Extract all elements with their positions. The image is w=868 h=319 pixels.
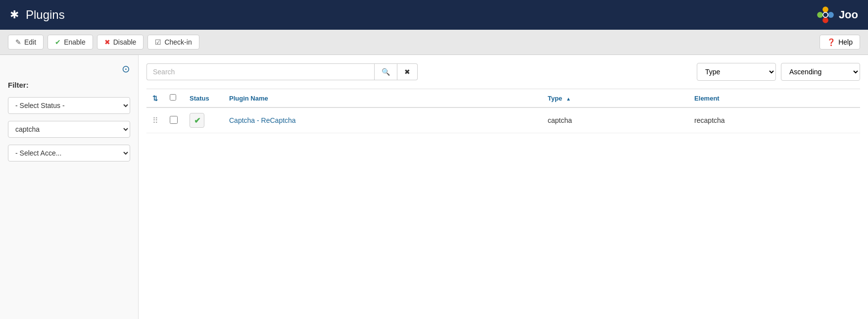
search-icon: 🔍 (382, 68, 390, 76)
search-button[interactable]: 🔍 (374, 63, 397, 80)
th-plugin-name[interactable]: Plugin Name (223, 89, 542, 108)
disable-button[interactable]: ✖ Disable (97, 35, 144, 50)
type-sort-select[interactable]: Type Name Element Status (697, 63, 776, 81)
row-type-cell: captcha (542, 107, 688, 133)
disable-icon: ✖ (104, 38, 110, 46)
disable-label: Disable (113, 38, 137, 46)
row-drag-cell: ⠿ (146, 107, 164, 133)
row-element-cell: recaptcha (688, 107, 860, 133)
plugins-icon: ✱ (10, 8, 19, 21)
reorder-icon: ⇅ (152, 95, 158, 102)
enabled-check-icon: ✔ (194, 116, 200, 125)
toolbar: ✎ Edit ✔ Enable ✖ Disable ☑ Check-in ❓ H… (0, 30, 868, 55)
joomla-text: Joo (839, 8, 858, 21)
edit-button[interactable]: ✎ Edit (8, 35, 44, 50)
row-checkbox-cell (164, 107, 184, 133)
checkin-label: Check-in (164, 38, 192, 46)
table-body: ⠿ ✔ Captcha - ReCaptcha captcha recapt (146, 107, 860, 133)
svg-point-3 (817, 12, 823, 18)
edit-icon: ✎ (15, 38, 21, 46)
th-type[interactable]: Type ▲ (542, 89, 688, 108)
page-header: ✱ Plugins Joo (0, 0, 868, 30)
help-label: Help (838, 38, 853, 46)
status-filter-select[interactable]: - Select Status - Enabled Disabled (8, 97, 130, 114)
th-select-all[interactable] (164, 89, 184, 108)
clear-search-button[interactable]: ✖ (397, 63, 418, 80)
type-filter-select[interactable]: captcha authentication content editors s… (8, 121, 130, 138)
joomla-logo-icon (815, 4, 836, 25)
table-header: ⇅ Status Plugin Name Type ▲ (146, 89, 860, 108)
enable-icon: ✔ (55, 38, 61, 46)
type-sort-arrow: ▲ (566, 96, 571, 102)
select-all-checkbox[interactable] (170, 94, 176, 101)
search-input[interactable] (146, 63, 374, 80)
row-checkbox[interactable] (170, 116, 178, 124)
row-status-cell: ✔ (184, 107, 223, 133)
th-status[interactable]: Status (184, 89, 223, 108)
help-icon: ❓ (827, 38, 835, 46)
checkin-button[interactable]: ☑ Check-in (147, 35, 199, 50)
content-area: 🔍 ✖ Type Name Element Status Ascending D… (139, 55, 868, 319)
joomla-logo: Joo (815, 4, 858, 25)
enable-label: Enable (64, 38, 86, 46)
th-element[interactable]: Element (688, 89, 860, 108)
page-title: Plugins (26, 8, 65, 22)
row-name-cell: Captcha - ReCaptcha (223, 107, 542, 133)
search-bar: 🔍 ✖ Type Name Element Status Ascending D… (146, 63, 860, 81)
plugin-name-link[interactable]: Captcha - ReCaptcha (229, 116, 296, 124)
header-left: ✱ Plugins (10, 8, 65, 22)
main-layout: ⊙ Filter: - Select Status - Enabled Disa… (0, 55, 868, 319)
access-filter-select[interactable]: - Select Acce... Public Registered Speci… (8, 145, 130, 161)
order-select[interactable]: Ascending Descending (781, 63, 860, 81)
collapse-sidebar-button[interactable]: ⊙ (122, 63, 130, 75)
filter-label: Filter: (8, 81, 130, 89)
svg-point-2 (822, 17, 828, 23)
toolbar-right: ❓ Help (820, 35, 860, 50)
enable-button[interactable]: ✔ Enable (48, 35, 93, 50)
plugin-status-toggle[interactable]: ✔ (190, 113, 204, 128)
sidebar: ⊙ Filter: - Select Status - Enabled Disa… (0, 55, 139, 319)
sidebar-top: ⊙ (8, 63, 130, 75)
svg-point-1 (828, 12, 834, 18)
th-reorder[interactable]: ⇅ (146, 89, 164, 108)
edit-label: Edit (24, 38, 36, 46)
svg-point-4 (823, 12, 828, 17)
table-row: ⠿ ✔ Captcha - ReCaptcha captcha recapt (146, 107, 860, 133)
collapse-icon: ⊙ (122, 63, 130, 74)
svg-point-0 (822, 6, 828, 12)
clear-icon: ✖ (404, 68, 410, 76)
search-filters: Type Name Element Status Ascending Desce… (697, 63, 860, 81)
help-button[interactable]: ❓ Help (820, 35, 860, 50)
toolbar-buttons: ✎ Edit ✔ Enable ✖ Disable ☑ Check-in (8, 35, 199, 50)
checkin-icon: ☑ (155, 38, 161, 46)
plugins-table: ⇅ Status Plugin Name Type ▲ (146, 89, 860, 133)
drag-handle-icon[interactable]: ⠿ (152, 116, 157, 125)
